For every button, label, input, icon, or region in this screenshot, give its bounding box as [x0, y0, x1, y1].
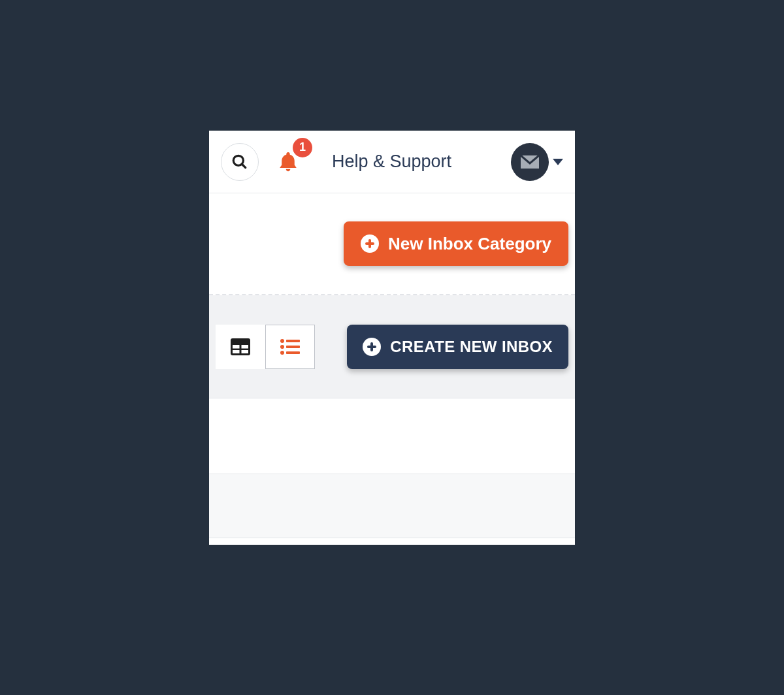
svg-rect-4 — [233, 345, 240, 349]
create-new-inbox-button[interactable]: CREATE NEW INBOX — [347, 325, 568, 369]
plus-circle-icon — [361, 234, 379, 253]
new-inbox-category-button[interactable]: New Inbox Category — [344, 221, 568, 266]
chevron-down-icon — [553, 159, 563, 165]
inbox-toolbar: CREATE NEW INBOX — [209, 295, 575, 398]
mail-icon — [520, 155, 540, 169]
svg-point-10 — [280, 345, 284, 349]
table-icon — [231, 338, 250, 355]
help-support-link[interactable]: Help & Support — [332, 152, 451, 172]
svg-point-8 — [280, 339, 284, 343]
svg-rect-7 — [242, 350, 249, 353]
header-bar: 1 Help & Support — [209, 131, 575, 193]
view-toggle-group — [216, 325, 315, 369]
user-menu[interactable] — [511, 143, 563, 181]
content-row — [209, 398, 575, 474]
svg-rect-6 — [233, 350, 240, 353]
app-panel: 1 Help & Support New Inbox Category — [209, 131, 575, 545]
list-icon — [280, 339, 300, 355]
view-list-button[interactable] — [265, 325, 315, 369]
category-toolbar: New Inbox Category — [209, 193, 575, 295]
content-row — [209, 538, 575, 545]
search-icon — [231, 154, 248, 170]
svg-rect-9 — [286, 340, 300, 342]
notifications-button[interactable]: 1 — [273, 147, 303, 177]
svg-rect-13 — [286, 351, 300, 354]
svg-line-1 — [242, 164, 245, 167]
button-label: CREATE NEW INBOX — [390, 338, 553, 356]
content-row — [209, 474, 575, 538]
search-button[interactable] — [221, 143, 259, 181]
view-grid-button[interactable] — [216, 325, 265, 369]
notification-badge: 1 — [293, 138, 312, 157]
svg-rect-5 — [242, 345, 249, 349]
svg-point-12 — [280, 351, 284, 355]
plus-circle-icon — [363, 338, 381, 356]
svg-rect-11 — [286, 346, 300, 348]
avatar — [511, 143, 549, 181]
button-label: New Inbox Category — [388, 234, 551, 254]
